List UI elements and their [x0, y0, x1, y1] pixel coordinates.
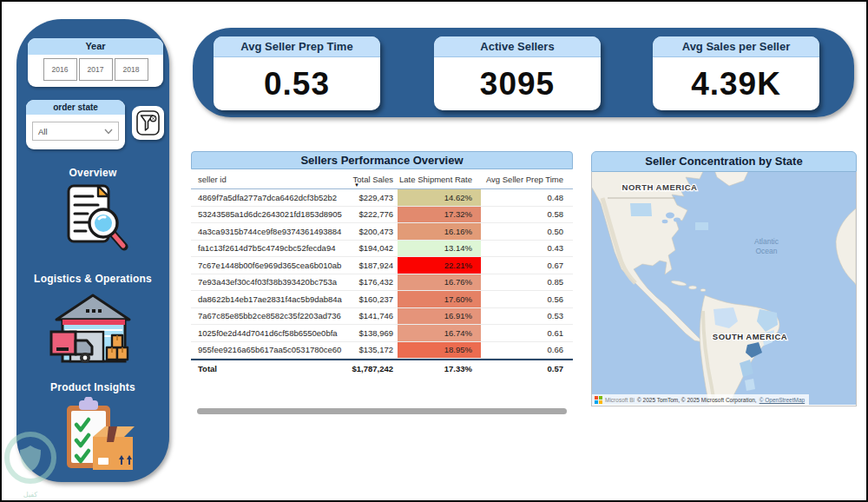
- openstreetmap-link[interactable]: © OpenStreetMap: [760, 397, 805, 403]
- seller-id-cell: 7a67c85e85bb2ce8582c35f2203ad736: [191, 311, 347, 320]
- seller-id-cell: 1025f0e2d44d7041d6cf58b6550e0bfa: [191, 328, 347, 338]
- order-state-selected-value: All: [38, 127, 48, 136]
- kpi-title: Avg Seller Prep Time: [214, 36, 380, 57]
- table-row[interactable]: 7a67c85e85bb2ce8582c35f2203ad736 $141,74…: [191, 308, 573, 326]
- clear-filter-button[interactable]: [132, 106, 164, 140]
- seller-id-cell: 53243585a1d6dc2643021fd1853d8905: [191, 209, 347, 219]
- nav-product-insights[interactable]: Product Insights: [16, 381, 169, 393]
- map-provider-label: Microsoft Bi: [605, 397, 635, 403]
- table-horizontal-scrollbar[interactable]: [197, 408, 567, 414]
- late-rate-cell: 16.76%: [398, 274, 481, 291]
- late-rate-cell: 17.60%: [398, 291, 481, 307]
- seller-id-cell: da8622b14eb17ae2831f4ac5b9dab84a: [191, 294, 347, 304]
- total-sales-total-cell: $1,787,242: [347, 364, 398, 373]
- table-row[interactable]: 4869f7a5dfa277a7dca6462dcf3b52b2 $229,47…: [191, 189, 573, 207]
- sort-descending-icon: ▼: [354, 182, 359, 188]
- prep-time-cell: 0.53: [481, 311, 568, 320]
- table-row[interactable]: 53243585a1d6dc2643021fd1853d8905 $222,77…: [191, 207, 573, 224]
- map-label-ocean: Ocean: [755, 247, 777, 255]
- table-row[interactable]: 4a3ca9315b744ce9f8e9374361493884 $200,47…: [191, 223, 573, 241]
- seller-id-cell: 955fee9216a65b617aa5c0531780ce60: [191, 345, 347, 354]
- kpi-value: 4.39K: [653, 57, 819, 110]
- order-state-title: order state: [26, 100, 125, 115]
- prep-time-cell: 0.67: [481, 261, 568, 270]
- sidebar: Year 2016 2017 2018 order state All: [16, 19, 169, 482]
- prep-time-cell: 0.58: [481, 209, 568, 219]
- late-rate-cell: 13.14%: [398, 241, 481, 257]
- order-state-dropdown[interactable]: All: [32, 122, 119, 141]
- total-sales-cell: $135,172: [347, 345, 398, 354]
- total-sales-cell: $138,969: [347, 328, 398, 338]
- clipboard-box-icon[interactable]: [58, 397, 136, 477]
- column-header-avg-seller-prep-time[interactable]: Avg Seller Prep Time: [481, 175, 568, 184]
- prep-time-cell: 0.85: [481, 277, 568, 287]
- prep-time-cell: 0.43: [481, 243, 568, 253]
- year-button-2017[interactable]: 2017: [79, 58, 113, 81]
- table-header-row: seller id Total Sales Late Shipment Rate…: [191, 169, 573, 189]
- late-rate-cell: 14.62%: [398, 189, 481, 206]
- table-row[interactable]: da8622b14eb17ae2831f4ac5b9dab84a $160,23…: [191, 291, 573, 308]
- nav-logistics-operations[interactable]: Logistics & Operations: [16, 273, 169, 285]
- order-state-panel: order state All: [26, 100, 125, 149]
- total-sales-cell: $229,473: [347, 193, 398, 202]
- total-sales-cell: $222,776: [347, 209, 398, 219]
- late-rate-cell: 22.21%: [398, 257, 481, 274]
- kpi-card-active-sellers: Active Sellers 3095: [434, 36, 601, 110]
- total-sales-cell: $200,473: [347, 227, 398, 236]
- kpi-value: 3095: [434, 57, 601, 110]
- column-header-late-shipment-rate[interactable]: Late Shipment Rate: [398, 175, 481, 184]
- table-row[interactable]: 1025f0e2d44d7041d6cf58b6550e0bfa $138,96…: [191, 325, 573, 342]
- kpi-card-avg-sales-per-seller: Avg Sales per Seller 4.39K: [653, 36, 819, 110]
- total-sales-cell: $187,924: [347, 261, 398, 270]
- table-total-row: Total $1,787,242 17.33% 0.57: [191, 359, 573, 377]
- map-attribution: Microsoft Bi © 2025 TomTom, © 2025 Micro…: [592, 394, 809, 406]
- late-rate-cell: 16.91%: [398, 308, 481, 325]
- watermark-logo: كفيل: [0, 432, 69, 499]
- year-buttons: 2016 2017 2018: [28, 55, 163, 81]
- total-label-cell: Total: [191, 364, 347, 373]
- kpi-title: Avg Sales per Seller: [653, 36, 819, 57]
- warehouse-truck-icon[interactable]: [49, 288, 136, 370]
- table-row[interactable]: 955fee9216a65b617aa5c0531780ce60 $135,17…: [191, 342, 573, 360]
- total-sales-cell: $160,237: [347, 294, 398, 304]
- watermark-shield-icon: [0, 432, 64, 489]
- chevron-down-icon: [104, 129, 113, 135]
- map-label-south-america: SOUTH AMERICA: [713, 332, 787, 341]
- total-sales-cell: $194,042: [347, 243, 398, 253]
- late-rate-cell: 16.74%: [398, 325, 481, 341]
- column-header-seller-id[interactable]: seller id: [191, 175, 347, 184]
- map-label-north-america: NORTH AMERICA: [622, 182, 698, 192]
- late-rate-cell: 16.16%: [398, 223, 481, 240]
- total-sales-cell: $176,432: [347, 277, 398, 287]
- late-rate-total-cell: 17.33%: [398, 364, 481, 373]
- year-button-2016[interactable]: 2016: [43, 58, 77, 81]
- seller-id-cell: 4a3ca9315b744ce9f8e9374361493884: [191, 227, 347, 236]
- table-row[interactable]: 7e93a43ef30c4f03f38b393420bc753a $176,43…: [191, 274, 573, 292]
- total-sales-cell: $141,746: [347, 311, 398, 320]
- nav-overview[interactable]: Overview: [16, 167, 169, 179]
- kpi-bar: Avg Seller Prep Time 0.53 Active Sellers…: [193, 28, 854, 117]
- prep-time-cell: 0.66: [481, 345, 568, 354]
- year-filter-title: Year: [28, 38, 163, 55]
- prep-time-total-cell: 0.57: [481, 364, 568, 373]
- seller-id-cell: fa1c13f2614d7b5c4749cbc52fecda94: [191, 243, 347, 253]
- prep-time-cell: 0.61: [481, 328, 568, 338]
- document-magnifier-icon[interactable]: [62, 182, 131, 257]
- microsoft-logo-icon: [595, 396, 602, 404]
- map-copyright-text: © 2025 TomTom, © 2025 Microsoft Corporat…: [637, 397, 757, 403]
- seller-concentration-map[interactable]: NORTH AMERICA Atlantic Ocean SOUTH AMERI…: [591, 172, 857, 406]
- map-title: Seller Concentration by State: [591, 151, 857, 172]
- funnel-icon: [136, 110, 160, 135]
- year-filter-panel: Year 2016 2017 2018: [28, 38, 163, 87]
- prep-time-cell: 0.56: [481, 294, 568, 304]
- kpi-value: 0.53: [214, 57, 380, 110]
- dashboard-page: Year 2016 2017 2018 order state All: [0, 0, 868, 502]
- table-row[interactable]: 7c67e1448b00f6e969d365cea6b010ab $187,92…: [191, 257, 573, 274]
- prep-time-cell: 0.48: [481, 193, 568, 202]
- table-row[interactable]: fa1c13f2614d7b5c4749cbc52fecda94 $194,04…: [191, 241, 573, 258]
- seller-id-cell: 7e93a43ef30c4f03f38b393420bc753a: [191, 277, 347, 287]
- kpi-title: Active Sellers: [434, 36, 601, 57]
- year-button-2018[interactable]: 2018: [115, 58, 148, 81]
- late-rate-cell: 18.95%: [398, 342, 481, 359]
- prep-time-cell: 0.50: [481, 227, 568, 236]
